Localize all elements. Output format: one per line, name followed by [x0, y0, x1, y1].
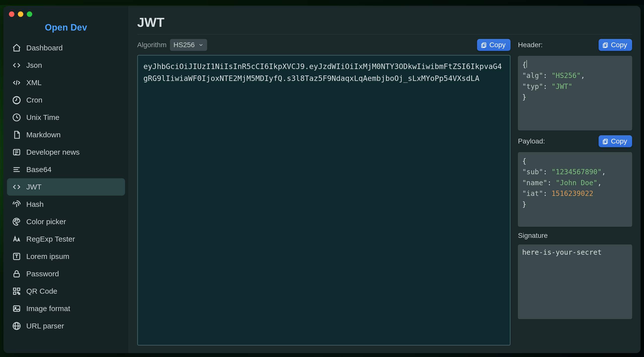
copy-button-label: Copy — [490, 41, 506, 49]
home-icon — [12, 43, 22, 53]
clipboard-icon — [602, 138, 608, 145]
sidebar-item-dashboard[interactable]: Dashboard — [7, 39, 125, 57]
main-content: JWT Algorithm HS256 Copy eyJhbGciOiJIUzI… — [129, 6, 640, 353]
textframe-icon — [12, 251, 22, 262]
sidebar-item-jwt[interactable]: JWT — [7, 178, 125, 196]
signature-input[interactable]: here-is-your-secret — [518, 244, 632, 319]
copy-button-label: Copy — [611, 41, 627, 49]
codeblock-icon — [12, 78, 22, 88]
workspace: Algorithm HS256 Copy eyJhbGciOiJIUzI1NiI… — [137, 39, 632, 345]
sidebar-item-label: Lorem ipsum — [26, 252, 69, 261]
codebraces-icon — [12, 60, 22, 71]
app-title: Open Dev — [7, 22, 125, 33]
left-column: Algorithm HS256 Copy eyJhbGciOiJIUzI1NiI… — [137, 39, 510, 345]
news-icon — [12, 147, 22, 157]
sidebar-item-label: QR Code — [26, 287, 57, 295]
payload-label: Payload: — [518, 137, 545, 145]
encoded-token-editor[interactable]: eyJhbGciOiJIUzI1NiIsInR5cCI6IkpXVCJ9.eyJ… — [137, 55, 510, 345]
app-window: Open Dev DashboardJsonXMLCronUnix TimeMa… — [4, 6, 640, 353]
copy-header-button[interactable]: Copy — [598, 39, 632, 51]
sidebar-item-label: URL parser — [26, 322, 64, 330]
sidebar-item-label: Image format — [26, 304, 70, 313]
close-window-button[interactable] — [9, 12, 14, 17]
sidebar-item-unix-time[interactable]: Unix Time — [7, 109, 125, 126]
globe-icon — [12, 321, 22, 331]
sidebar-item-cron[interactable]: Cron — [7, 91, 125, 109]
svg-rect-2 — [604, 43, 607, 47]
image-icon — [12, 303, 22, 314]
sidebar-item-json[interactable]: Json — [7, 57, 125, 74]
window-traffic-lights — [9, 12, 32, 17]
sidebar: Open Dev DashboardJsonXMLCronUnix TimeMa… — [4, 6, 129, 353]
algorithm-select-value: HS256 — [174, 41, 195, 49]
sidebar-nav: DashboardJsonXMLCronUnix TimeMarkdownDev… — [7, 39, 125, 335]
codebraces-icon — [12, 182, 22, 192]
clipboard-icon — [602, 42, 608, 48]
sidebar-item-label: Hash — [26, 200, 44, 209]
sidebar-item-label: Password — [26, 270, 59, 278]
aa-icon — [12, 234, 22, 244]
sidebar-item-markdown[interactable]: Markdown — [7, 126, 125, 144]
algorithm-select[interactable]: HS256 — [170, 39, 207, 51]
clock-icon — [12, 112, 22, 123]
palette-icon — [12, 216, 22, 227]
sidebar-item-qr-code[interactable]: QR Code — [7, 282, 125, 300]
sidebar-item-base64[interactable]: Base64 — [7, 161, 125, 178]
payload-json-panel[interactable]: { "sub": "1234567890", "name": "John Doe… — [518, 152, 632, 227]
sidebar-item-regexp-tester[interactable]: RegExp Tester — [7, 230, 125, 248]
sidebar-item-xml[interactable]: XML — [7, 74, 125, 91]
copy-button-label: Copy — [611, 137, 627, 145]
header-json-panel[interactable]: { "alg": "HS256", "typ": "JWT" } — [518, 56, 632, 130]
right-column: Header: Copy { "alg": "HS256", "typ": "J… — [518, 39, 632, 345]
sidebar-item-label: Json — [26, 61, 42, 70]
header-label: Header: — [518, 41, 543, 49]
signature-panel-head: Signature — [518, 232, 632, 240]
sidebar-item-developer-news[interactable]: Developer news — [7, 144, 125, 161]
sidebar-item-url-parser[interactable]: URL parser — [7, 317, 125, 335]
page-title: JWT — [137, 15, 632, 35]
signature-label: Signature — [518, 232, 548, 240]
sidebar-item-hash[interactable]: Hash — [7, 196, 125, 213]
header-panel-head: Header: Copy — [518, 39, 632, 51]
qrcode-icon — [12, 286, 22, 296]
sidebar-item-label: RegExp Tester — [26, 235, 75, 243]
sidebar-item-color-picker[interactable]: Color picker — [7, 213, 125, 230]
sidebar-item-image-format[interactable]: Image format — [7, 300, 125, 317]
fingerprint-icon — [12, 199, 22, 210]
doc-icon — [12, 130, 22, 140]
copy-payload-button[interactable]: Copy — [598, 135, 632, 147]
sidebar-item-label: Unix Time — [26, 113, 59, 122]
svg-rect-4 — [604, 139, 607, 143]
lock-icon — [12, 269, 22, 279]
sidebar-item-password[interactable]: Password — [7, 265, 125, 282]
sidebar-item-label: JWT — [26, 183, 42, 191]
copy-encoded-button[interactable]: Copy — [477, 39, 510, 51]
chevron-down-icon — [198, 42, 204, 48]
svg-rect-0 — [482, 43, 486, 47]
sidebar-item-label: Cron — [26, 96, 42, 104]
sidebar-item-lorem-ipsum[interactable]: Lorem ipsum — [7, 248, 125, 265]
maximize-window-button[interactable] — [27, 12, 32, 17]
sidebar-item-label: Dashboard — [26, 44, 63, 52]
sidebar-item-label: XML — [26, 79, 42, 87]
sidebar-item-label: Color picker — [26, 217, 66, 226]
algorithm-label: Algorithm — [137, 41, 166, 49]
payload-panel-head: Payload: Copy — [518, 135, 632, 147]
history-icon — [12, 95, 22, 105]
encoded-toolbar: Algorithm HS256 Copy — [137, 39, 510, 51]
sidebar-item-label: Markdown — [26, 131, 60, 139]
clipboard-icon — [480, 42, 487, 48]
macos-menu-bar — [0, 0, 644, 5]
lines-icon — [12, 164, 22, 175]
sidebar-item-label: Base64 — [26, 165, 52, 174]
minimize-window-button[interactable] — [18, 12, 23, 17]
sidebar-item-label: Developer news — [26, 148, 80, 156]
